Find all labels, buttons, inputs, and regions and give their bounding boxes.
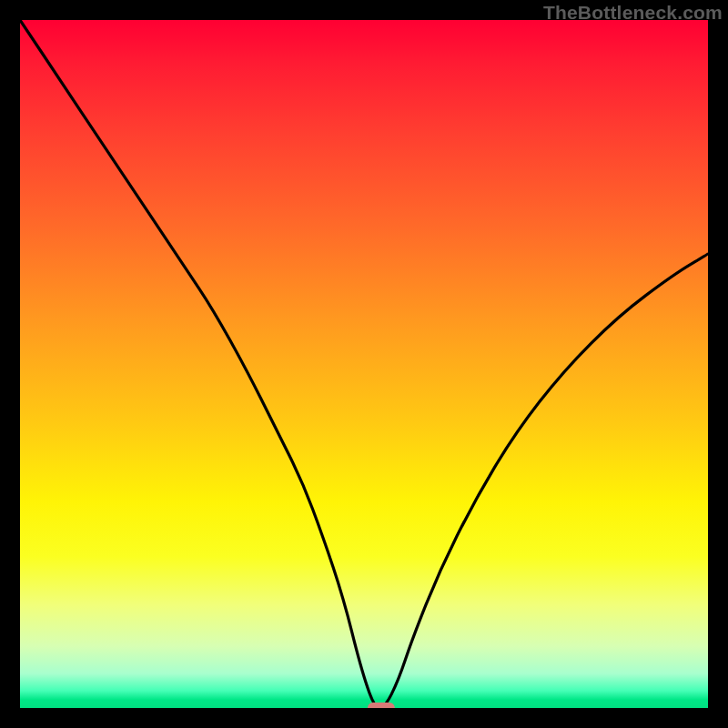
minimum-marker: [368, 703, 395, 708]
watermark-text: TheBottleneck.com: [543, 2, 723, 24]
bottleneck-curve: [20, 20, 708, 708]
curve-layer: [20, 20, 708, 708]
plot-area: [20, 20, 708, 708]
chart-stage: TheBottleneck.com: [0, 0, 728, 728]
